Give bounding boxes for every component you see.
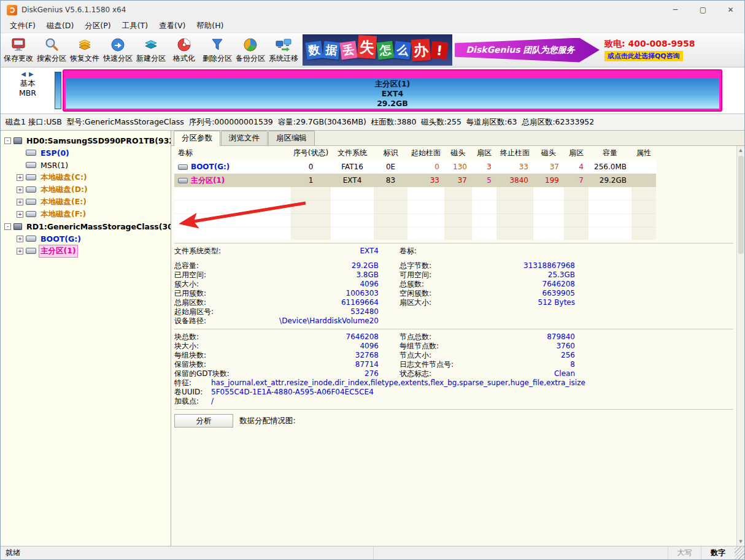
disk-style-label: 基本: [20, 79, 36, 88]
tree-item[interactable]: - HD0:SamsungSSD990PRO1TB(932GB: [1, 134, 171, 147]
column-header[interactable]: 磁头: [533, 148, 564, 158]
scrollbar-thumb[interactable]: [738, 156, 744, 254]
resize-grip[interactable]: [735, 547, 744, 559]
vertical-scrollbar[interactable]: ▲ ▼: [736, 146, 744, 546]
tree-item[interactable]: + 主分区(1): [1, 245, 171, 257]
backup-partition-icon: [242, 37, 258, 53]
tree-item[interactable]: + 本地磁盘(E:): [1, 196, 171, 208]
tree-expander[interactable]: +: [17, 199, 23, 205]
tree-item[interactable]: MSR(1): [1, 159, 171, 171]
save-changes-button[interactable]: 保存更改: [2, 34, 35, 66]
banner-char: 么: [394, 40, 412, 59]
tab[interactable]: 扇区编辑: [268, 131, 315, 145]
column-header[interactable]: 磁头: [444, 148, 472, 158]
detail-row: 文件系统类型:EXT4 卷标:: [174, 247, 744, 256]
tree-expander[interactable]: +: [17, 248, 23, 255]
recover-files-button[interactable]: 恢复文件: [68, 34, 101, 66]
status-spacer: [374, 547, 668, 559]
menu-item[interactable]: 磁盘(D): [41, 20, 79, 33]
tab[interactable]: 浏览文件: [221, 131, 268, 145]
column-header[interactable]: 起始柱面: [407, 148, 444, 158]
table-row[interactable]: BOOT(G:) 0 FAT16 0E 0 130 3 33 37 4 256.…: [174, 160, 656, 174]
detail-row: 已用空间:3.8GB 可用空间:25.3GB: [174, 270, 744, 280]
menu-item[interactable]: 分区(P): [79, 20, 116, 33]
column-header[interactable]: 容量: [589, 148, 631, 158]
menu-item[interactable]: 工具(T): [117, 20, 153, 33]
separator: [174, 409, 733, 410]
backup-partition-button[interactable]: 备份分区: [234, 34, 267, 66]
tree-item-label: 主分区(1): [39, 245, 77, 257]
tab[interactable]: 分区参数: [174, 131, 220, 146]
delete-partition-button[interactable]: 删除分区: [201, 34, 234, 66]
selected-partition-block[interactable]: 主分区(1) EXT4 29.2GB: [63, 69, 722, 112]
close-button[interactable]: ✕: [717, 1, 744, 19]
menu-item[interactable]: 文件(F): [4, 20, 41, 33]
tree-expander[interactable]: +: [17, 186, 23, 193]
partition-icon: [178, 164, 188, 170]
menubar: 文件(F) 磁盘(D) 分区(P) 工具(T) 查看(V) 帮助(H): [1, 19, 744, 33]
tree-item-icon: [26, 174, 36, 180]
prev-disk-arrow-icon[interactable]: ◀: [21, 71, 26, 77]
tree-item-icon: [26, 248, 36, 254]
banner-char: 失: [357, 35, 377, 59]
table-row[interactable]: 主分区(1) 1 EXT4 83 33 37 5 3840 199 7 29.2…: [174, 174, 656, 187]
quick-partition-button[interactable]: 快速分区: [101, 34, 134, 66]
tree-item[interactable]: + 本地磁盘(F:): [1, 208, 171, 220]
scroll-down-icon[interactable]: ▼: [739, 537, 742, 546]
scroll-up-icon[interactable]: ▲: [739, 146, 742, 155]
minimize-button[interactable]: ─: [662, 1, 689, 19]
column-header[interactable]: 扇区: [472, 148, 496, 158]
next-disk-arrow-icon[interactable]: ▶: [29, 71, 34, 77]
maximize-button[interactable]: ▢: [689, 1, 717, 19]
tree-item-label: RD1:GenericMassStorageClass(30GB): [25, 221, 171, 232]
new-partition-button[interactable]: 新建分区: [134, 34, 168, 66]
statusbar: 就绪 大写 数字: [1, 546, 744, 559]
menu-item[interactable]: 帮助(H): [191, 20, 229, 33]
tree-item[interactable]: + 本地磁盘(D:): [1, 183, 171, 196]
status-text: 就绪: [1, 547, 374, 559]
promo-qq-link[interactable]: 或点击此处选择QQ咨询: [604, 51, 683, 61]
search-partition-button[interactable]: 搜索分区: [35, 34, 68, 66]
boot-partition-block[interactable]: [55, 72, 61, 109]
promo-banner[interactable]: 数 据 丢 失 怎 么 办 ! DiskGenius 团队为您服务: [303, 34, 695, 66]
partition-icon: [178, 178, 188, 183]
titlebar: DiskGenius V5.6.1.1580 x64 ─ ▢ ✕: [1, 1, 744, 19]
empty-table-area: [174, 187, 656, 240]
banner-char: 怎: [376, 40, 394, 59]
tree-item-icon: [26, 186, 36, 193]
partition-parameters-panel: 卷标 序号(状态) 文件系统 标识 起始柱面 磁头 扇区 终止柱面: [171, 146, 744, 546]
menu-item[interactable]: 查看(V): [153, 20, 191, 33]
tree-item[interactable]: + BOOT(G:): [1, 232, 171, 245]
toolbar: 保存更改 搜索分区 恢复文件 快速分区 新建分区 格式化 删除分区 备份分区: [1, 33, 744, 67]
tree-expander[interactable]: +: [17, 174, 23, 181]
detail-row: 每组块数:32768 节点大小:256: [174, 351, 744, 360]
uuid-row: 卷UUID: 5F055C4D-1E1A-4880-A595-A06F04EC5…: [174, 388, 744, 397]
tree-item-icon: [26, 211, 36, 217]
column-header[interactable]: 扇区: [564, 148, 589, 158]
system-migration-button[interactable]: 系统迁移: [267, 34, 300, 66]
tree-item[interactable]: + 本地磁盘(C:): [1, 171, 171, 183]
column-header[interactable]: 序号(状态): [291, 148, 331, 158]
column-header[interactable]: 卷标: [174, 148, 291, 158]
tree-expander[interactable]: -: [4, 137, 11, 144]
app-logo-icon: [7, 5, 17, 15]
recover-files-icon: [77, 37, 93, 53]
format-button[interactable]: 格式化: [168, 34, 201, 66]
column-header[interactable]: 终止柱面: [496, 148, 533, 158]
tree-expander[interactable]: -: [4, 223, 11, 230]
banner-char: 丢: [339, 40, 357, 59]
tree-item[interactable]: ESP(0): [1, 147, 171, 159]
tab-bar: 分区参数 浏览文件 扇区编辑: [171, 131, 744, 146]
quick-partition-icon: [110, 37, 126, 53]
tree-expander[interactable]: +: [17, 236, 23, 242]
tree-expander[interactable]: +: [17, 211, 23, 218]
tree-item-label: 本地磁盘(F:): [39, 209, 87, 220]
column-header[interactable]: 属性: [631, 148, 656, 158]
column-header[interactable]: 文件系统: [331, 148, 374, 158]
window-title: DiskGenius V5.6.1.1580 x64: [21, 6, 126, 14]
column-header[interactable]: 标识: [374, 148, 407, 158]
analyze-button[interactable]: 分析: [174, 414, 233, 428]
disk-tree-panel: - HD0:SamsungSSD990PRO1TB(932GB ESP(0) M…: [1, 131, 171, 546]
tree-item[interactable]: - RD1:GenericMassStorageClass(30GB): [1, 220, 171, 232]
detail-row: 块总数:7646208 节点总数:879840: [174, 332, 744, 342]
